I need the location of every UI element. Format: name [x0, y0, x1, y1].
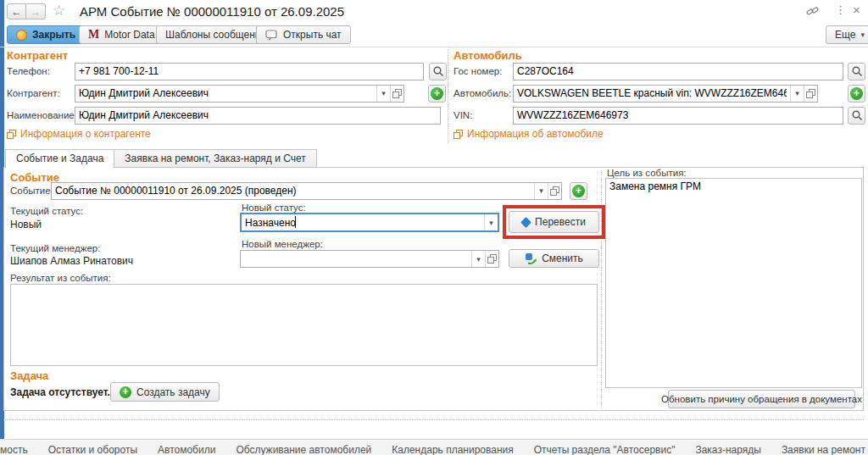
phone-search-button[interactable]: [429, 63, 447, 80]
back-button[interactable]: ←: [7, 3, 26, 19]
vehicle-info-link[interactable]: Информация об автомобиле: [453, 128, 604, 140]
open-window-icon: [453, 130, 463, 139]
tab-event-and-task[interactable]: Событие и Задача: [5, 149, 114, 168]
transfer-button[interactable]: Перевести: [509, 211, 599, 233]
event-dropdown-icon[interactable]: ▾: [534, 183, 548, 199]
update-reason-label: Обновить причину обращения в документах: [661, 394, 862, 404]
counterparty-add-button[interactable]: +: [428, 85, 446, 103]
plate-search-button[interactable]: [848, 63, 865, 80]
vin-row: VIN:: [453, 106, 868, 125]
close-form-button[interactable]: Закрыть: [7, 25, 85, 44]
new-manager-input[interactable]: [241, 251, 471, 267]
new-manager-label: Новый менеджер:: [242, 239, 323, 249]
task-header: Задача: [10, 369, 48, 382]
change-manager-button[interactable]: Сменить: [509, 249, 599, 268]
event-open-icon[interactable]: [548, 183, 561, 199]
counterparty-row: Контрагент: ▾ +: [7, 84, 448, 103]
transfer-label: Перевести: [535, 216, 586, 228]
event-label: Событие:: [10, 186, 51, 196]
more-label: Еще: [835, 29, 855, 41]
phone-row: Телефон:: [7, 62, 448, 80]
car-add-button[interactable]: +: [848, 85, 865, 103]
plus-icon: +: [120, 386, 131, 398]
task-absent-text: Задача отсутствует...: [10, 386, 116, 398]
forward-arrow-icon: →: [31, 6, 41, 18]
car-dropdown-icon[interactable]: ▾: [790, 86, 804, 102]
nav-buttons: ← →: [7, 3, 46, 19]
event-input[interactable]: [52, 183, 534, 199]
close-form-icon: [16, 30, 27, 41]
vin-search-button[interactable]: [848, 107, 865, 125]
bottom-link[interactable]: Обслуживание автомобилей: [236, 444, 371, 455]
open-window-icon: [806, 89, 815, 98]
event-add-button[interactable]: +: [570, 182, 587, 200]
name-input[interactable]: [75, 107, 441, 125]
open-chat-label: Открыть чат: [283, 29, 342, 41]
vin-label: VIN:: [453, 110, 513, 120]
chain-icon: [806, 6, 819, 17]
car-combo: ▾: [513, 85, 818, 103]
car-open-icon[interactable]: [804, 86, 817, 102]
counterparty-input[interactable]: [75, 86, 376, 102]
current-manager-label: Текущий менеджер:: [10, 243, 100, 253]
bottom-link[interactable]: мость: [0, 444, 28, 455]
goal-textarea[interactable]: Замена ремня ГРМ: [605, 178, 862, 388]
car-row: Автомобиль: ▾ +: [453, 84, 868, 103]
text-cursor: [295, 216, 296, 228]
counterparty-dropdown-icon[interactable]: ▾: [376, 86, 390, 102]
bottom-link[interactable]: Заявки на ремонт: [782, 444, 865, 455]
current-status-label: Текущий статус:: [10, 206, 83, 216]
bottom-link[interactable]: Отчеты раздела "Автосервис": [534, 444, 676, 455]
bottom-link[interactable]: Остатки и обороты: [48, 444, 137, 455]
bottom-link[interactable]: Заказ-наряды: [695, 444, 760, 455]
bottom-link[interactable]: Календарь планирования: [392, 444, 514, 455]
current-status-value: Новый: [10, 219, 42, 230]
phone-input[interactable]: [75, 63, 424, 80]
new-status-combo: ▾: [240, 213, 499, 232]
copy-link-icon[interactable]: [806, 6, 819, 19]
phone-label: Телефон:: [7, 66, 75, 76]
favorite-star-icon[interactable]: ☆: [53, 2, 65, 19]
new-manager-open-icon[interactable]: [485, 251, 498, 267]
plus-icon: +: [850, 87, 863, 100]
bottom-link[interactable]: Автомобили: [158, 444, 215, 455]
tab-bar: Событие и Задача Заявка на ремонт, Заказ…: [5, 149, 317, 168]
plate-row: Гос номер:: [453, 62, 868, 80]
forward-button[interactable]: →: [26, 3, 46, 19]
counterparty-info-link[interactable]: Информация о контрагенте: [7, 128, 151, 140]
car-input[interactable]: [514, 86, 790, 102]
counterparty-open-icon[interactable]: [390, 86, 403, 102]
plate-label: Гос номер:: [453, 66, 513, 76]
chevron-down-icon: ▾: [860, 31, 865, 39]
open-window-icon: [550, 186, 559, 196]
motor-data-button[interactable]: M Motor Data: [79, 25, 164, 44]
event-result-textarea[interactable]: [10, 284, 598, 366]
open-window-icon: [487, 254, 497, 264]
event-combo: ▾: [51, 182, 562, 200]
kebab-menu-icon[interactable]: ⋮: [835, 3, 846, 16]
change-manager-label: Сменить: [542, 252, 583, 264]
create-task-button[interactable]: + Создать задачу: [110, 382, 220, 402]
new-status-dropdown-icon[interactable]: ▾: [484, 214, 498, 230]
goal-separator: [601, 170, 602, 408]
vin-input[interactable]: [513, 107, 843, 125]
name-label: Наименование:: [7, 110, 75, 120]
more-button[interactable]: Еще ▾: [826, 25, 868, 44]
plus-icon: +: [431, 87, 443, 100]
event-row: Событие: ▾ +: [10, 181, 595, 200]
close-form-label: Закрыть: [32, 29, 75, 41]
new-status-input[interactable]: [242, 214, 484, 230]
search-icon: [851, 109, 863, 121]
car-label: Автомобиль:: [453, 88, 513, 98]
page-title: АРМ Событие № 00000011910 от 26.09.2025: [80, 4, 344, 19]
new-manager-dropdown-icon[interactable]: ▾: [471, 251, 485, 267]
open-chat-button[interactable]: Открыть чат: [256, 25, 351, 44]
change-icon: [525, 252, 537, 264]
close-window-icon[interactable]: ×: [853, 3, 860, 17]
counterparty-label: Контрагент:: [7, 88, 75, 98]
create-task-label: Создать задачу: [136, 386, 210, 398]
plate-input[interactable]: [513, 63, 843, 80]
tab-repair-order[interactable]: Заявка на ремонт, Заказ-наряд и Счет: [114, 149, 316, 168]
search-icon: [851, 65, 863, 77]
update-reason-button[interactable]: Обновить причину обращения в документах: [668, 390, 855, 408]
